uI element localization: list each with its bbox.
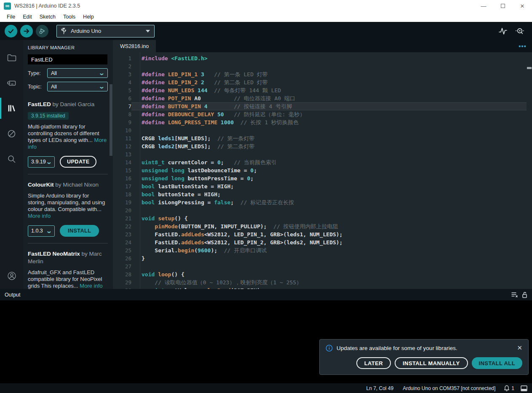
board-selector[interactable]: Arduino Uno xyxy=(56,25,155,37)
type-filter-select[interactable]: All ⌄ xyxy=(47,68,108,78)
code-line-5[interactable]: 5#define NUM_LEDS 144 // 每条灯带 144 颗 LED xyxy=(113,86,532,94)
code-lines: 1#include <FastLED.h>23#define LED_PIN_1… xyxy=(113,54,532,289)
library-action-button[interactable]: UPDATE xyxy=(60,156,96,168)
account-icon xyxy=(7,271,17,281)
code-line-7[interactable]: 7#define BUTTON_PIN 4 // 按钮连接 4 号引脚 xyxy=(113,102,532,110)
library-card: FastLED by Daniel Garcia 3.9.15 installe… xyxy=(28,94,108,174)
output-panel: Output Updates are available for some of… xyxy=(0,289,532,383)
notification-count: 1 xyxy=(511,385,514,391)
code-line-11[interactable]: 11CRGB leds1[NUM_LEDS]; // 第一条灯带 xyxy=(113,134,532,142)
board-port-status[interactable]: Arduino Uno on COM357 [not connected] xyxy=(403,385,495,391)
sidebar-item-account[interactable] xyxy=(0,266,23,286)
chevron-down-icon: ⌄ xyxy=(46,228,52,234)
panel-scrollbar[interactable] xyxy=(110,84,112,156)
version-select[interactable]: 1.0.3⌄ xyxy=(28,225,55,237)
output-header: Output xyxy=(0,289,532,300)
usb-icon xyxy=(61,28,67,35)
menu-help[interactable]: Help xyxy=(79,13,98,21)
output-title: Output xyxy=(5,292,21,298)
code-line-8[interactable]: 8#define DEBOUNCE_DELAY 50 // 防抖延迟（单位: 毫… xyxy=(113,110,532,118)
library-description: Adafruit_GFX and FastLED compatible libr… xyxy=(28,269,107,289)
tab-bar: WS2816.ino ••• xyxy=(113,40,532,52)
code-line-6[interactable]: 6#define POT_PIN A0 // 电位器连接 A0 端口 xyxy=(113,94,532,102)
debug-disabled-icon xyxy=(7,129,16,138)
install-all-button[interactable]: INSTALL ALL xyxy=(472,357,522,369)
code-line-25[interactable]: 25 Serial.begin(9600); // 开启串口调试 xyxy=(113,246,532,254)
later-button[interactable]: LATER xyxy=(356,357,391,369)
notifications-indicator[interactable]: 1 xyxy=(504,385,514,391)
close-button[interactable]: ✕ xyxy=(513,0,532,12)
code-line-4[interactable]: 4#define LED_PIN_2 2 // 第二条 LED 灯带 xyxy=(113,78,532,86)
code-line-9[interactable]: 9#define LONG_PRESS_TIME 1000 // 长按 1 秒切… xyxy=(113,118,532,126)
verify-button[interactable] xyxy=(5,25,17,37)
topic-filter-select[interactable]: All ⌄ xyxy=(47,82,108,91)
serial-plotter-icon[interactable] xyxy=(498,27,508,35)
code-area[interactable]: 1#include <FastLED.h>23#define LED_PIN_1… xyxy=(113,52,532,289)
menu-file[interactable]: File xyxy=(3,13,19,21)
minimize-button[interactable]: — xyxy=(474,0,493,12)
code-line-27[interactable]: 27 xyxy=(113,262,532,270)
cursor-position[interactable]: Ln 7, Col 49 xyxy=(366,385,393,391)
sidebar-item-library-manager[interactable] xyxy=(0,96,23,121)
arrow-right-icon xyxy=(23,28,30,35)
clear-output-icon[interactable] xyxy=(511,291,518,298)
library-manager-panel: LIBRARY MANAGER Type: All ⌄ Topic: All ⌄… xyxy=(23,40,113,289)
search-icon xyxy=(7,155,16,163)
topic-filter-label: Topic: xyxy=(28,84,47,90)
install-manually-button[interactable]: INSTALL MANUALLY xyxy=(395,357,468,369)
library-action-button[interactable]: INSTALL xyxy=(60,225,99,237)
boards-manager-icon xyxy=(7,79,16,87)
toggle-panel-icon[interactable] xyxy=(521,385,527,391)
maximize-button[interactable] xyxy=(493,0,513,12)
upload-button[interactable] xyxy=(20,25,33,37)
code-line-29[interactable]: 29 // 读取电位器值（0 ~ 1023），映射到亮度（1 ~ 255） xyxy=(113,278,532,286)
lock-scroll-icon[interactable] xyxy=(522,291,527,298)
sidebar-item-debug[interactable] xyxy=(0,121,23,146)
tab-ws2816-ino[interactable]: WS2816.ino xyxy=(113,40,156,52)
code-line-10[interactable]: 10 xyxy=(113,126,532,134)
code-line-22[interactable]: 22 pinMode(BUTTON_PIN, INPUT_PULLUP); //… xyxy=(113,222,532,230)
sidebar-item-sketchbook[interactable] xyxy=(0,45,23,70)
code-line-24[interactable]: 24 FastLED.addLeds<WS2812, LED_PIN_2, GR… xyxy=(113,238,532,246)
editor-scrollbar[interactable] xyxy=(527,67,532,69)
library-description: Simple Arduino library for storing, mani… xyxy=(28,192,107,219)
code-line-15[interactable]: 15unsigned long lastDebounceTime = 0; xyxy=(113,166,532,174)
code-line-28[interactable]: 28void loop() { xyxy=(113,270,532,278)
menu-sketch[interactable]: Sketch xyxy=(36,13,59,21)
code-line-2[interactable]: 2 xyxy=(113,62,532,70)
debug-button[interactable] xyxy=(36,25,48,37)
code-line-18[interactable]: 18bool buttonState = HIGH; xyxy=(113,190,532,198)
library-title: ColourKit by Michael Nixon xyxy=(28,181,107,189)
menu-edit[interactable]: Edit xyxy=(19,13,36,21)
code-line-1[interactable]: 1#include <FastLED.h> xyxy=(113,54,532,62)
library-search-input[interactable] xyxy=(28,54,107,64)
close-icon[interactable]: ✕ xyxy=(517,345,522,351)
title-bar: ∞ WS2816 | Arduino IDE 2.3.5 — ✕ xyxy=(0,0,532,12)
sidebar-item-boards-manager[interactable] xyxy=(0,70,23,96)
serial-monitor-icon[interactable] xyxy=(515,27,525,35)
code-line-21[interactable]: 21void setup() { xyxy=(113,214,532,222)
version-select[interactable]: 3.9.19⌄ xyxy=(28,156,55,168)
menu-tools[interactable]: Tools xyxy=(59,13,79,21)
code-line-17[interactable]: 17bool lastButtonState = HIGH; xyxy=(113,182,532,190)
code-line-23[interactable]: 23 FastLED.addLeds<WS2812, LED_PIN_1, GR… xyxy=(113,230,532,238)
sidebar-item-search[interactable] xyxy=(0,146,23,171)
code-line-26[interactable]: 26} xyxy=(113,254,532,262)
code-line-16[interactable]: 16unsigned long buttonPressTime = 0; xyxy=(113,174,532,182)
code-line-13[interactable]: 13 xyxy=(113,150,532,158)
more-info-link[interactable]: More info xyxy=(28,213,51,219)
more-info-link[interactable]: More info xyxy=(80,283,102,289)
bell-icon xyxy=(504,385,510,391)
window-title: WS2816 | Arduino IDE 2.3.5 xyxy=(14,3,80,9)
code-line-14[interactable]: 14uint8_t currentColor = 0; // 当前颜色索引 xyxy=(113,158,532,166)
code-line-19[interactable]: 19bool isLongPressing = false; // 标记是否正在… xyxy=(113,198,532,206)
update-notification: Updates are available for some of your l… xyxy=(319,339,529,375)
more-actions-icon[interactable]: ••• xyxy=(519,43,527,50)
code-line-12[interactable]: 12CRGB leds2[NUM_LEDS]; // 第二条灯带 xyxy=(113,142,532,150)
code-line-20[interactable]: 20 xyxy=(113,206,532,214)
toolbar: Arduino Uno xyxy=(0,22,532,40)
arduino-logo-icon: ∞ xyxy=(4,3,11,10)
code-line-3[interactable]: 3#define LED_PIN_1 3 // 第一条 LED 灯带 xyxy=(113,70,532,78)
installed-badge: 3.9.15 installed xyxy=(28,112,69,120)
status-bar: Ln 7, Col 49 Arduino Uno on COM357 [not … xyxy=(0,383,532,393)
